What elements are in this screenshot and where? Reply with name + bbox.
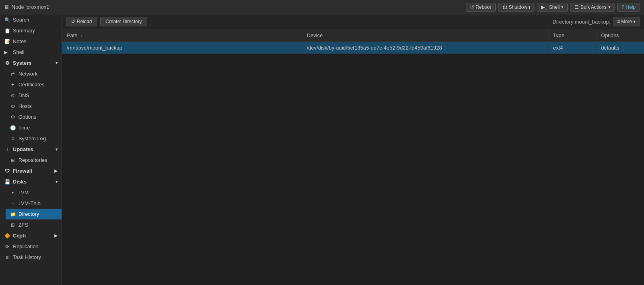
more-button[interactable]: ≡ More ▾ bbox=[613, 17, 640, 26]
sidebar-search-label: Search bbox=[13, 17, 29, 23]
table-row[interactable]: /mnt/pve/mount_backup /dev/disk/by-uuid/… bbox=[62, 42, 644, 54]
sidebar-disks-label: Disks bbox=[13, 179, 27, 185]
topbar: 🖥 Node 'proxmox1' ↺ Reboot ⏻ Shutdown ▶_… bbox=[0, 0, 644, 14]
shutdown-icon: ⏻ bbox=[502, 4, 507, 10]
sidebar-item-summary[interactable]: 📋 Summary bbox=[0, 25, 62, 36]
time-icon: 🕐 bbox=[10, 125, 16, 131]
sidebar-item-firewall[interactable]: 🛡 Firewall ▶ bbox=[0, 165, 62, 176]
bulk-dropdown-arrow: ▾ bbox=[608, 5, 610, 9]
cell-options: defaults bbox=[596, 42, 644, 54]
sidebar-network-label: Network bbox=[18, 71, 38, 77]
sidebar-notes-label: Notes bbox=[13, 38, 26, 44]
sidebar-ceph-label: Ceph bbox=[13, 233, 26, 239]
sidebar-options-label: Options bbox=[18, 114, 36, 120]
task-history-icon: ≡ bbox=[4, 255, 10, 260]
shutdown-button[interactable]: ⏻ Shutdown bbox=[498, 3, 534, 12]
sidebar-item-shell[interactable]: ▶_ Shell bbox=[0, 47, 62, 58]
sidebar-system-label: System bbox=[13, 60, 31, 66]
column-header-type[interactable]: Type bbox=[548, 29, 596, 42]
repositories-icon: ⊞ bbox=[10, 157, 16, 163]
summary-icon: 📋 bbox=[4, 28, 10, 34]
help-button[interactable]: ? Help bbox=[617, 3, 640, 12]
bulk-actions-button[interactable]: ☰ Bulk Actions ▾ bbox=[570, 3, 614, 12]
sidebar-item-ceph[interactable]: 🔶 Ceph ▶ bbox=[0, 230, 62, 241]
certificates-icon: ✦ bbox=[10, 82, 16, 88]
sidebar-item-hosts[interactable]: ⚙ Hosts bbox=[6, 101, 62, 112]
sidebar-item-options[interactable]: ⚙ Options bbox=[6, 112, 62, 122]
lvm-thin-icon: ▫ bbox=[10, 201, 16, 206]
sidebar-firewall-label: Firewall bbox=[13, 168, 32, 174]
directory-prefix: Directory mount_backup: bbox=[552, 19, 610, 25]
sidebar-item-lvm[interactable]: ▪ LVM bbox=[6, 187, 62, 198]
sidebar-item-disks[interactable]: 💾 Disks ▾ bbox=[0, 176, 62, 187]
sidebar-item-updates[interactable]: ↑ Updates ▾ bbox=[0, 144, 62, 155]
shell-sidebar-icon: ▶_ bbox=[4, 50, 10, 55]
zfs-icon: ⊞ bbox=[10, 222, 16, 228]
create-directory-button[interactable]: Create: Directory bbox=[100, 17, 147, 26]
directory-table-container: Path ↑ Device Type Options bbox=[62, 29, 644, 285]
disks-chevron: ▾ bbox=[56, 179, 58, 184]
main-layout: 🔍 Search 📋 Summary 📝 Notes ▶_ Shell ⚙ Sy… bbox=[0, 14, 644, 285]
sidebar-replication-label: Replication bbox=[13, 243, 38, 249]
updates-chevron: ▾ bbox=[56, 147, 58, 151]
column-header-path[interactable]: Path ↑ bbox=[62, 29, 302, 42]
node-label: Node 'proxmox1' bbox=[12, 4, 50, 10]
sidebar-time-label: Time bbox=[18, 125, 30, 131]
reload-button[interactable]: ↺ Reload bbox=[66, 17, 97, 26]
options-icon: ⚙ bbox=[10, 114, 16, 120]
firewall-icon: 🛡 bbox=[4, 168, 10, 174]
sidebar-item-repositories[interactable]: ⊞ Repositories bbox=[6, 155, 62, 165]
sidebar-item-certificates[interactable]: ✦ Certificates bbox=[6, 79, 62, 90]
sidebar-item-search[interactable]: 🔍 Search bbox=[0, 14, 62, 25]
sidebar-directory-label: Directory bbox=[18, 211, 39, 217]
sidebar-lvm-thin-label: LVM-Thin bbox=[18, 200, 40, 206]
sort-arrow-path: ↑ bbox=[80, 33, 83, 38]
shell-button[interactable]: ▶_ Shell ▾ bbox=[537, 3, 568, 12]
table-body: /mnt/pve/mount_backup /dev/disk/by-uuid/… bbox=[62, 42, 644, 54]
lvm-icon: ▪ bbox=[10, 190, 16, 195]
cell-type: ext4 bbox=[548, 42, 596, 54]
sidebar-summary-label: Summary bbox=[13, 28, 35, 34]
node-icon: 🖥 bbox=[4, 4, 9, 10]
search-icon: 🔍 bbox=[4, 17, 10, 23]
notes-icon: 📝 bbox=[4, 39, 10, 44]
sidebar-item-replication[interactable]: ⟳ Replication bbox=[0, 241, 62, 252]
topbar-actions: ↺ Reboot ⏻ Shutdown ▶_ Shell ▾ ☰ Bulk Ac… bbox=[466, 3, 640, 12]
sidebar-task-history-label: Task History bbox=[13, 254, 41, 260]
cell-device: /dev/disk/by-uuid/5ef185a5-ee7c-4e52-9d2… bbox=[302, 42, 548, 54]
more-chevron-icon: ▾ bbox=[633, 19, 636, 24]
column-header-device[interactable]: Device bbox=[302, 29, 548, 42]
shell-dropdown-arrow: ▾ bbox=[561, 5, 563, 9]
sidebar-item-time[interactable]: 🕐 Time bbox=[6, 122, 62, 133]
table-header: Path ↑ Device Type Options bbox=[62, 29, 644, 42]
reboot-button[interactable]: ↺ Reboot bbox=[466, 3, 496, 12]
sidebar-system-log-label: System Log bbox=[18, 136, 46, 142]
sidebar-item-system[interactable]: ⚙ System ▾ bbox=[0, 58, 62, 68]
content-toolbar: ↺ Reload Create: Directory Directory mou… bbox=[62, 14, 644, 29]
system-submenu: ⇄ Network ✦ Certificates ⊙ DNS ⚙ Hosts ⚙… bbox=[0, 68, 62, 144]
directory-table: Path ↑ Device Type Options bbox=[62, 29, 644, 54]
content-area: ↺ Reload Create: Directory Directory mou… bbox=[62, 14, 644, 285]
sidebar-item-dns[interactable]: ⊙ DNS bbox=[6, 90, 62, 101]
sidebar: 🔍 Search 📋 Summary 📝 Notes ▶_ Shell ⚙ Sy… bbox=[0, 14, 62, 285]
sidebar-repositories-label: Repositories bbox=[18, 157, 47, 163]
sidebar-item-system-log[interactable]: ≡ System Log bbox=[6, 133, 62, 144]
node-title: 🖥 Node 'proxmox1' bbox=[4, 4, 50, 10]
sidebar-item-network[interactable]: ⇄ Network bbox=[6, 68, 62, 79]
disks-submenu: ▪ LVM ▫ LVM-Thin 📁 Directory ⊞ ZFS bbox=[0, 187, 62, 230]
sidebar-item-zfs[interactable]: ⊞ ZFS bbox=[6, 219, 62, 230]
sidebar-item-directory[interactable]: 📁 Directory bbox=[6, 209, 62, 219]
reload-icon: ↺ bbox=[71, 19, 75, 24]
help-icon: ? bbox=[622, 4, 624, 10]
sidebar-updates-label: Updates bbox=[13, 146, 33, 152]
sidebar-shell-label: Shell bbox=[13, 49, 24, 55]
updates-submenu: ⊞ Repositories bbox=[0, 155, 62, 165]
bulk-icon: ☰ bbox=[574, 4, 579, 10]
shell-icon: ▶_ bbox=[541, 4, 548, 10]
system-log-icon: ≡ bbox=[10, 136, 16, 142]
sidebar-item-task-history[interactable]: ≡ Task History bbox=[0, 252, 62, 263]
column-header-options[interactable]: Options bbox=[596, 29, 644, 42]
sidebar-item-notes[interactable]: 📝 Notes bbox=[0, 36, 62, 47]
ceph-chevron: ▶ bbox=[54, 233, 58, 238]
sidebar-item-lvm-thin[interactable]: ▫ LVM-Thin bbox=[6, 198, 62, 209]
